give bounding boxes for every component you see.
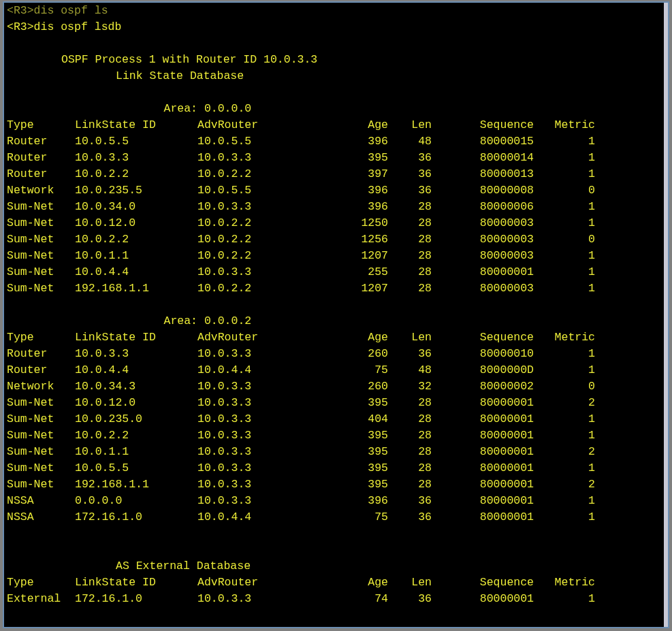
table-row: Sum-Net10.0.12.010.0.3.339528800000012: [7, 395, 668, 411]
table-row: NSSA172.16.1.010.0.4.47536800000011: [7, 509, 668, 525]
table-row: Router10.0.2.210.0.2.239736800000131: [7, 166, 668, 182]
table-row: Sum-Net10.0.2.210.0.2.2125628800000030: [7, 231, 668, 248]
table-row: Sum-Net10.0.12.010.0.2.2125028800000031: [7, 215, 668, 231]
terminal-output: <R3>dis ospf ls <R3>dis ospf lsdb OSPF P…: [4, 3, 668, 628]
area-heading: Area: 0.0.0.2: [7, 313, 668, 329]
ospf-process-header: OSPF Process 1 with Router ID 10.0.3.3: [7, 53, 317, 66]
table-row: Network10.0.235.510.0.5.539636800000080: [7, 182, 668, 199]
area-heading: Area: 0.0.0.0: [7, 101, 668, 117]
table-row: NSSA0.0.0.010.0.3.339636800000011: [7, 493, 668, 509]
table-row: Sum-Net192.168.1.110.0.3.339528800000012: [7, 476, 668, 493]
prompt: <R3>: [7, 20, 34, 33]
end-prompt: <R3>: [7, 625, 34, 628]
command: dis ospf lsdb: [34, 20, 122, 33]
prev-prompt: <R3>: [7, 4, 34, 17]
table-row: Router10.0.3.310.0.3.326036800000101: [7, 346, 668, 362]
external-db-title: AS External Database: [7, 560, 251, 572]
table-header: TypeLinkState IDAdvRouterAgeLenSequenceM…: [7, 575, 668, 591]
table-row: Sum-Net10.0.4.410.0.3.325528800000011: [7, 264, 668, 280]
lsdb-header: Link State Database: [7, 69, 244, 82]
table-row: Sum-Net10.0.1.110.0.2.2120728800000031: [7, 248, 668, 264]
table-row: Sum-Net10.0.235.010.0.3.340428800000011: [7, 411, 668, 427]
table-row: Sum-Net10.0.5.510.0.3.339528800000011: [7, 460, 668, 476]
table-row: Sum-Net10.0.1.110.0.3.339528800000012: [7, 444, 668, 460]
table-row: Sum-Net10.0.2.210.0.3.339528800000011: [7, 427, 668, 444]
table-row: Sum-Net10.0.34.010.0.3.339628800000061: [7, 199, 668, 215]
terminal-window[interactable]: <R3>dis ospf ls <R3>dis ospf lsdb OSPF P…: [3, 1, 669, 628]
areas-container: Area: 0.0.0.0TypeLinkState IDAdvRouterAg…: [7, 84, 668, 525]
table-row: Sum-Net192.168.1.110.0.2.212072880000003…: [7, 280, 668, 297]
table-header: TypeLinkState IDAdvRouterAgeLenSequenceM…: [7, 117, 668, 133]
prev-command: dis ospf ls: [34, 4, 108, 17]
table-row: Router10.0.3.310.0.3.339536800000141: [7, 150, 668, 166]
external-container: TypeLinkState IDAdvRouterAgeLenSequenceM…: [7, 575, 668, 607]
table-row: Network10.0.34.310.0.3.326032800000020: [7, 378, 668, 395]
scrollbar[interactable]: [664, 3, 668, 627]
table-row: Router10.0.4.410.0.4.475488000000D1: [7, 362, 668, 378]
table-row: External172.16.1.010.0.3.37436800000011: [7, 591, 668, 607]
table-row: Router10.0.5.510.0.5.539648800000151: [7, 133, 668, 150]
table-header: TypeLinkState IDAdvRouterAgeLenSequenceM…: [7, 329, 668, 346]
